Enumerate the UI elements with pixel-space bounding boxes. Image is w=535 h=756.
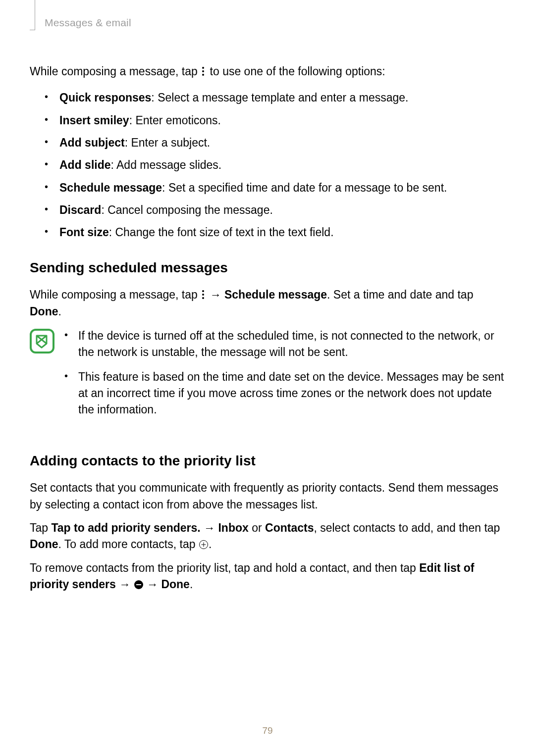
svg-point-2 (202, 74, 204, 76)
schedule-message-label: Schedule message (224, 288, 327, 301)
p2-done-label: Done (30, 538, 58, 551)
option-desc: : Set a specified time and date for a me… (162, 181, 447, 194)
p2-or: or (249, 521, 265, 534)
heading-priority: Adding contacts to the priority list (30, 451, 505, 471)
p2-contacts-label: Contacts (265, 521, 314, 534)
p2-mid: , select contacts to add, and then tap (314, 521, 500, 534)
list-item: Font size: Change the font size of text … (30, 224, 505, 241)
option-label: Add slide (59, 158, 111, 171)
option-label: Insert smiley (59, 114, 129, 127)
heading-scheduled: Sending scheduled messages (30, 258, 505, 278)
more-options-icon (202, 287, 206, 303)
option-label: Font size (59, 226, 109, 239)
arrow-text: → (116, 578, 134, 591)
p2-prefix: Tap (30, 521, 51, 534)
more-options-icon (202, 63, 206, 80)
page-number: 79 (0, 725, 535, 736)
svg-point-0 (202, 67, 204, 69)
option-desc: : Add message slides. (111, 158, 222, 171)
list-item: Add subject: Enter a subject. (30, 135, 505, 151)
priority-p3: To remove contacts from the priority lis… (30, 560, 505, 593)
p3-done-label: Done (161, 578, 190, 591)
option-label: Discard (59, 203, 101, 216)
scheduled-paragraph: While composing a message, tap → Schedul… (30, 287, 505, 320)
option-label: Quick responses (59, 91, 151, 104)
p2-end: . (209, 538, 212, 551)
arrow-text: → (207, 288, 224, 301)
list-item: Add slide: Add message slides. (30, 157, 505, 173)
p3-end: . (190, 578, 193, 591)
option-desc: : Enter a subject. (125, 136, 211, 149)
arrow-text: → (144, 578, 161, 591)
list-item: Insert smiley: Enter emoticons. (30, 112, 505, 129)
add-circle-icon (199, 540, 209, 550)
scheduled-line-end: . (58, 305, 61, 318)
p2-mid2: . To add more contacts, tap (58, 538, 199, 551)
note-list: If the device is turned off at the sched… (62, 328, 505, 426)
intro-suffix: to use one of the following options: (207, 65, 385, 78)
svg-rect-6 (31, 330, 54, 353)
option-label: Schedule message (59, 181, 162, 194)
option-desc: : Select a message template and enter a … (151, 91, 408, 104)
priority-p2: Tap Tap to add priority senders. → Inbox… (30, 520, 505, 553)
note-block: If the device is turned off at the sched… (30, 328, 505, 426)
intro-paragraph: While composing a message, tap to use on… (30, 63, 505, 80)
options-list: Quick responses: Select a message templa… (30, 90, 505, 241)
done-label: Done (30, 305, 58, 318)
option-desc: : Cancel composing the message. (101, 203, 272, 216)
list-item: Schedule message: Set a specified time a… (30, 180, 505, 196)
svg-point-1 (202, 70, 204, 72)
scheduled-line-prefix: While composing a message, tap (30, 288, 201, 301)
option-label: Add subject (59, 136, 125, 149)
remove-circle-icon (134, 580, 144, 590)
arrow-text: → (201, 521, 218, 534)
priority-p1: Set contacts that you communicate with f… (30, 480, 505, 513)
svg-point-4 (202, 294, 204, 296)
p2-tap-label: Tap to add priority senders. (51, 521, 200, 534)
svg-point-3 (202, 290, 204, 292)
note-item: If the device is turned off at the sched… (62, 328, 505, 361)
intro-prefix: While composing a message, tap (30, 65, 201, 78)
p2-inbox-label: Inbox (218, 521, 248, 534)
scheduled-line-mid: . Set a time and date and tap (327, 288, 473, 301)
note-item: This feature is based on the time and da… (62, 369, 505, 418)
option-desc: : Change the font size of text in the te… (109, 226, 334, 239)
svg-point-5 (202, 297, 204, 299)
p3-prefix: To remove contacts from the priority lis… (30, 561, 419, 574)
list-item: Quick responses: Select a message templa… (30, 90, 505, 106)
section-header: Messages & email (45, 17, 505, 29)
header-corner-mark (30, 0, 35, 30)
option-desc: : Enter emoticons. (129, 114, 221, 127)
list-item: Discard: Cancel composing the message. (30, 202, 505, 218)
note-icon (30, 329, 54, 353)
